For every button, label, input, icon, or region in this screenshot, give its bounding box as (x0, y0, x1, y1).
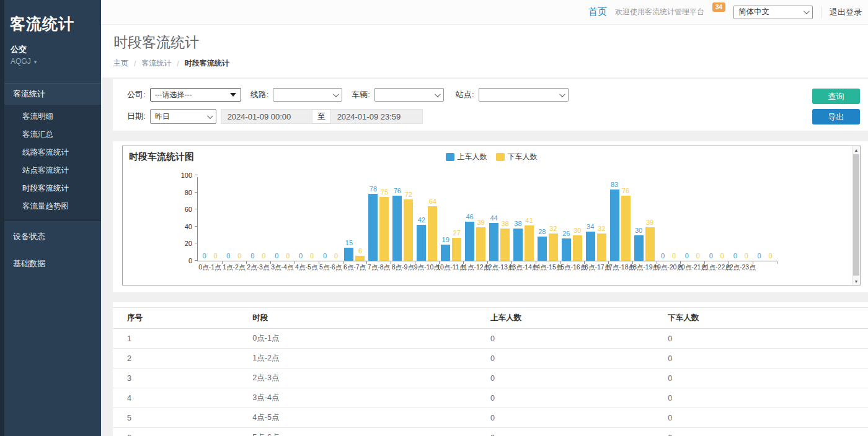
main-area: 首页 欢迎使用客流统计管理平台 34 简体中文 退出登录 时段客流统计 主页 /… (101, 0, 868, 436)
sidebar-subitem[interactable]: 客流明细 (0, 108, 101, 126)
bar[interactable] (428, 206, 437, 261)
bar[interactable] (513, 229, 523, 261)
sidebar-subitem[interactable]: 线路客流统计 (0, 144, 101, 162)
date-to-separator: 至 (312, 109, 331, 124)
table-cell: 0 (668, 368, 868, 388)
bar[interactable] (355, 256, 365, 261)
bar[interactable] (597, 233, 606, 261)
date-preset-value: 昨日 (155, 111, 170, 122)
bar-group: 384113点-14点 (512, 177, 536, 261)
bar-value-label: 39 (477, 219, 484, 227)
logout-link[interactable]: 退出登录 (830, 7, 862, 18)
sidebar-subitem[interactable]: 时段客流统计 (0, 180, 101, 198)
vehicle-select[interactable] (374, 88, 444, 102)
sidebar-section-passenger-stats[interactable]: 客流统计 (0, 83, 101, 105)
breadcrumb-home[interactable]: 主页 (113, 58, 128, 69)
bar-group: 78757点-8点 (366, 177, 391, 261)
language-select[interactable]: 简体中文 (733, 6, 813, 19)
scroll-up-icon[interactable]: ▲ (852, 146, 860, 154)
chevron-down-icon (435, 91, 441, 97)
date-to-input[interactable] (331, 109, 423, 124)
bar[interactable] (549, 233, 558, 261)
bar[interactable] (368, 194, 378, 261)
bar-value-label: 19 (442, 236, 450, 244)
sidebar-subitem[interactable]: 客流汇总 (0, 126, 101, 144)
topbar: 首页 欢迎使用客流统计管理平台 34 简体中文 退出登录 (101, 0, 868, 25)
bar[interactable] (538, 237, 547, 261)
bar-group: 0022点-23点 (728, 177, 753, 261)
table-cell: 0 (668, 388, 868, 408)
line-select[interactable] (273, 88, 342, 102)
chart-scrollbar[interactable]: ▲ ▼ (852, 146, 860, 285)
date-from-input[interactable] (221, 109, 312, 124)
filter-row-2: 日期: 昨日 至 (127, 109, 868, 124)
bar[interactable] (489, 223, 498, 261)
export-button[interactable]: 导出 (812, 109, 860, 124)
bar-value-label: 0 (769, 252, 773, 260)
bar[interactable] (452, 238, 461, 261)
bar[interactable] (404, 199, 413, 261)
bar-value-label: 0 (733, 252, 737, 260)
bar[interactable] (417, 225, 426, 261)
table-cell: 0 (668, 408, 868, 428)
notification-badge[interactable]: 34 (712, 2, 725, 12)
bar-group: 003点-4点 (270, 177, 294, 261)
bar[interactable] (379, 197, 389, 261)
bar-value-label: 0 (262, 252, 265, 260)
bar-value-label: 41 (525, 217, 533, 225)
breadcrumb-separator: / (177, 59, 179, 68)
sidebar-item[interactable]: 基础数据 (0, 252, 101, 276)
sidebar-subitem[interactable]: 站点客流统计 (0, 162, 101, 180)
table-column-header: 下车人数 (668, 308, 868, 329)
table-cell: 0 (490, 428, 668, 436)
table-cell: 0 (490, 388, 668, 408)
breadcrumb-passenger-stats[interactable]: 客流统计 (141, 58, 171, 69)
org-code-dropdown[interactable]: AQGJ▾ (0, 55, 101, 66)
bar[interactable] (500, 229, 510, 261)
bar[interactable] (344, 248, 353, 261)
bar[interactable] (573, 235, 582, 261)
legend-item[interactable]: 下车人数 (496, 152, 538, 162)
station-select[interactable] (479, 88, 569, 102)
table-cell: 3 (113, 368, 252, 388)
org-code-label: AQGJ (11, 57, 31, 66)
company-select[interactable]: ---请选择--- (150, 88, 241, 102)
bar[interactable] (562, 238, 571, 261)
bar-value-label: 42 (418, 216, 425, 224)
bar-group: 343216点-17点 (584, 177, 608, 261)
date-preset-select[interactable]: 昨日 (150, 109, 216, 124)
bar[interactable] (392, 196, 402, 261)
scrollbar-thumb[interactable] (853, 154, 859, 276)
bar-value-label: 75 (381, 188, 388, 196)
table-cell: 0 (490, 368, 668, 388)
home-link[interactable]: 首页 (588, 6, 607, 18)
sidebar-item[interactable]: 设备状态 (0, 225, 101, 248)
bar[interactable] (476, 227, 485, 261)
table-cell: 0 (490, 408, 668, 428)
scroll-down-icon[interactable]: ▼ (852, 277, 860, 285)
bar[interactable] (441, 245, 450, 261)
bar[interactable] (525, 225, 534, 261)
table-cell: 0点-1点 (252, 329, 490, 349)
x-axis-label: 3点-4点 (271, 263, 293, 272)
bar[interactable] (586, 232, 595, 261)
bar-group: 0020点-21点 (680, 177, 704, 261)
bar[interactable] (645, 227, 655, 261)
table-body: 10点-1点0021点-2点0032点-3点0043点-4点0054点-5点00… (113, 329, 868, 436)
chevron-down-icon: ▾ (34, 59, 37, 65)
bar-value-label: 46 (466, 213, 473, 221)
bar-value-label: 15 (345, 239, 353, 247)
table-row: 21点-2点00 (113, 349, 868, 368)
table-cell: 2 (113, 349, 252, 368)
bar[interactable] (634, 235, 644, 261)
bar[interactable] (465, 222, 474, 261)
chart-title: 时段车流统计图 (129, 151, 194, 163)
sidebar-subitem[interactable]: 客流量趋势图 (0, 198, 101, 216)
query-button[interactable]: 查询 (812, 89, 860, 104)
bar[interactable] (610, 190, 619, 261)
legend-item[interactable]: 上车人数 (446, 152, 487, 162)
bar-group: 004点-5点 (294, 177, 319, 261)
bar-group: 005点-6点 (319, 177, 343, 261)
page-head: 时段客流统计 主页 / 客流统计 / 时段客流统计 (101, 25, 868, 77)
bar[interactable] (621, 196, 631, 261)
